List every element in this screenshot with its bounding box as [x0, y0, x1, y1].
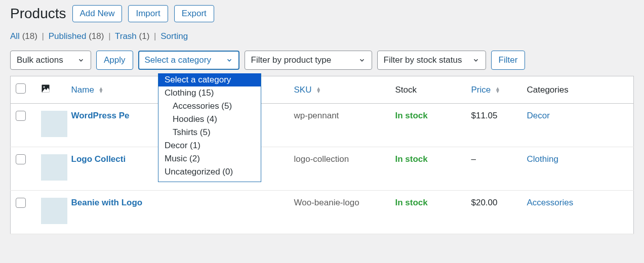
category-select-label: Select a category: [145, 55, 211, 65]
view-published-link[interactable]: Published: [49, 31, 87, 41]
view-trash-count: (1): [139, 31, 150, 41]
stock-status: In stock: [395, 111, 428, 120]
product-category-link[interactable]: Decor: [527, 111, 550, 120]
bulk-actions-select[interactable]: Bulk actions: [10, 51, 91, 70]
product-thumbnail[interactable]: [41, 198, 67, 224]
category-option[interactable]: Select a category: [158, 73, 261, 86]
title-row: Products Add New Import Export: [10, 5, 634, 22]
sort-icon: ▲▼: [495, 87, 500, 93]
filter-button[interactable]: Filter: [491, 51, 526, 70]
product-name-link[interactable]: Logo Collecti: [71, 154, 126, 164]
sort-icon: ▲▼: [316, 87, 321, 93]
product-sku: wp-pennant: [289, 104, 390, 147]
select-all-checkbox[interactable]: [16, 83, 26, 94]
column-sku[interactable]: SKU ▲▼: [289, 76, 390, 104]
view-all-count: (18): [22, 31, 37, 41]
chevron-down-icon: [77, 57, 85, 64]
page-title: Products: [10, 6, 66, 22]
product-price: –: [466, 147, 522, 191]
product-type-label: Filter by product type: [251, 55, 332, 65]
category-option[interactable]: Accessories (5): [158, 100, 261, 113]
filters-row: Bulk actions Apply Select a category Fil…: [10, 51, 634, 70]
category-option[interactable]: Hoodies (4): [158, 113, 261, 126]
view-published-count: (18): [89, 31, 104, 41]
category-option[interactable]: Clothing (15): [158, 86, 261, 100]
svg-point-1: [43, 86, 45, 88]
bulk-actions-label: Bulk actions: [17, 55, 63, 65]
table-row: Logo Collectilogo-collectionIn stock–Clo…: [11, 147, 634, 191]
column-price[interactable]: Price ▲▼: [466, 76, 522, 104]
row-checkbox[interactable]: [16, 198, 26, 208]
category-option[interactable]: Uncategorized (0): [158, 165, 261, 179]
status-filter-links: All (18) | Published (18) | Trash (1) | …: [10, 31, 634, 41]
chevron-down-icon: [472, 57, 479, 64]
table-row: WordPress Pewp-pennantIn stock$11.05Deco…: [11, 104, 634, 147]
image-icon: [41, 85, 50, 95]
stock-status-select[interactable]: Filter by stock status: [377, 51, 486, 70]
chevron-down-icon: [226, 57, 233, 64]
export-button[interactable]: Export: [174, 5, 214, 22]
products-table: Name ▲▼ SKU ▲▼ Stock Price ▲▼ Categories…: [10, 76, 634, 234]
view-all-link[interactable]: All: [10, 31, 20, 41]
chevron-down-icon: [358, 57, 366, 64]
stock-status-label: Filter by stock status: [384, 55, 462, 65]
import-button[interactable]: Import: [128, 5, 168, 22]
table-row: Beanie with LogoWoo-beanie-logoIn stock$…: [11, 191, 634, 234]
column-stock: Stock: [390, 76, 466, 104]
row-checkbox[interactable]: [16, 154, 26, 164]
category-dropdown[interactable]: Select a categoryClothing (15)Accessorie…: [158, 73, 261, 182]
product-name-link[interactable]: WordPress Pe: [71, 111, 130, 120]
product-category-link[interactable]: Clothing: [527, 154, 558, 164]
product-sku: Woo-beanie-logo: [289, 191, 390, 234]
product-type-select[interactable]: Filter by product type: [245, 51, 372, 70]
product-thumbnail[interactable]: [41, 111, 67, 137]
add-new-button[interactable]: Add New: [72, 5, 123, 22]
column-categories: Categories: [522, 76, 634, 104]
row-checkbox[interactable]: [16, 111, 26, 121]
stock-status: In stock: [395, 154, 428, 164]
category-option[interactable]: Decor (1): [158, 139, 261, 152]
product-category-link[interactable]: Accessories: [527, 198, 574, 207]
stock-status: In stock: [395, 198, 428, 207]
product-sku: logo-collection: [289, 147, 390, 191]
product-price: $11.05: [466, 104, 522, 147]
product-price: $20.00: [466, 191, 522, 234]
category-option[interactable]: Music (2): [158, 152, 261, 165]
view-trash-link[interactable]: Trash: [115, 31, 137, 41]
product-thumbnail[interactable]: [41, 154, 67, 181]
product-name-link[interactable]: Beanie with Logo: [71, 198, 143, 207]
view-sorting-link[interactable]: Sorting: [160, 31, 188, 41]
apply-button[interactable]: Apply: [96, 51, 133, 70]
category-select[interactable]: Select a category: [138, 51, 239, 70]
category-option[interactable]: Tshirts (5): [158, 126, 261, 139]
sort-icon: ▲▼: [99, 87, 104, 93]
